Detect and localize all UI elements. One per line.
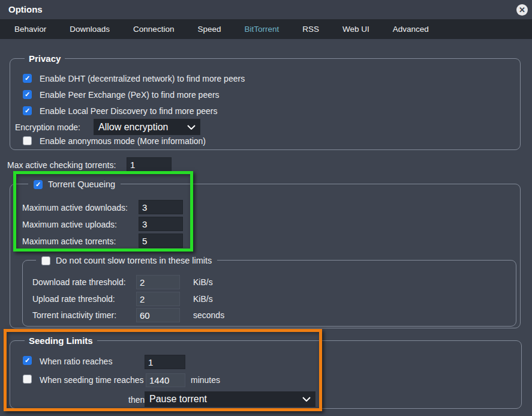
torrent-inactivity-timer-input[interactable] [136,308,180,322]
tab-webui[interactable]: Web UI [342,25,369,34]
options-dialog: Options ✕ Behavior Downloads Connection … [0,0,532,416]
slow-torrents-legend: Do not count slow torrents in these limi… [36,255,217,267]
seeding-time-input[interactable] [146,373,185,387]
seeding-limits-fieldset: Seeding Limits ✓ When ratio reaches When… [10,340,522,409]
seeding-limits-legend: Seeding Limits [25,335,97,347]
check-icon: ✓ [25,357,30,364]
check-icon: ✓ [25,107,30,114]
dialog-title: Options [8,0,43,19]
seeding-time-unit: minutes [191,375,220,385]
privacy-fieldset: Privacy ✓ Enable DHT (decentralized netw… [10,58,521,150]
close-icon: ✕ [519,6,525,14]
torrent-queueing-fieldset: ✓ Torrent Queueing Maximum active downlo… [10,184,521,328]
enable-dht-label: Enable DHT (decentralized network) to fi… [40,74,245,83]
chevron-down-icon [187,125,196,130]
tab-connection[interactable]: Connection [133,25,174,34]
tab-speed[interactable]: Speed [197,25,221,34]
anonymous-mode-checkbox[interactable] [23,136,32,145]
torrent-queueing-legend: ✓ Torrent Queueing [28,178,121,190]
tab-bittorrent[interactable]: BitTorrent [244,25,279,34]
max-uploads-input[interactable] [139,217,183,231]
tab-behavior[interactable]: Behavior [14,25,46,34]
tabbar: Behavior Downloads Connection Speed BitT… [0,19,532,39]
tab-advanced[interactable]: Advanced [393,25,429,34]
seeding-time-checkbox[interactable] [23,375,32,384]
titlebar: Options ✕ [0,0,532,19]
max-torrents-label: Maximum active torrents: [22,237,116,246]
privacy-legend: Privacy [25,53,65,65]
max-torrents-input[interactable] [139,234,183,248]
seeding-time-label: When seeding time reaches [40,375,144,385]
download-rate-threshold-label: Download rate threshold: [32,277,126,287]
encryption-mode-label: Encryption mode: [15,122,80,132]
close-button[interactable]: ✕ [516,4,528,16]
enable-pex-checkbox[interactable]: ✓ [23,90,32,99]
upload-rate-threshold-input[interactable] [136,292,180,306]
upload-rate-threshold-label: Upload rate threshold: [32,294,115,304]
then-action-select[interactable]: Pause torrent [145,391,315,407]
max-downloads-input[interactable] [139,200,183,214]
slow-torrents-checkbox[interactable] [41,256,50,265]
download-rate-threshold-input[interactable] [136,275,180,289]
then-action-value: Pause torrent [149,394,207,405]
tab-rss[interactable]: RSS [302,25,319,34]
check-icon: ✓ [25,75,30,82]
enable-dht-checkbox[interactable]: ✓ [23,74,32,83]
check-icon: ✓ [25,91,30,98]
ratio-limit-input[interactable] [145,355,185,369]
slow-torrents-fieldset: Do not count slow torrents in these limi… [22,260,516,327]
ratio-limit-label: When ratio reaches [40,357,112,366]
encryption-mode-select[interactable]: Allow encryption [94,119,200,135]
slow-torrents-label: Do not count slow torrents in these limi… [56,256,212,265]
encryption-mode-value: Allow encryption [98,122,169,133]
chevron-down-icon [302,397,311,402]
upload-rate-threshold-unit: KiB/s [193,294,213,304]
enable-lpd-checkbox[interactable]: ✓ [23,106,32,115]
torrent-queueing-label: Torrent Queueing [48,179,115,189]
enable-lpd-label: Enable Local Peer Discovery to find more… [40,106,217,116]
ratio-limit-checkbox[interactable]: ✓ [23,356,32,365]
torrent-inactivity-timer-unit: seconds [193,310,224,320]
max-active-checking-input[interactable] [127,157,172,172]
max-downloads-label: Maximum active downloads: [22,203,128,213]
tab-downloads[interactable]: Downloads [70,25,110,34]
torrent-queueing-checkbox[interactable]: ✓ [34,180,43,189]
then-label: then [128,395,145,405]
download-rate-threshold-unit: KiB/s [193,277,213,287]
anonymous-mode-label: Enable anonymous mode (More information) [40,136,206,146]
max-uploads-label: Maximum active uploads: [22,220,117,229]
torrent-inactivity-timer-label: Torrent inactivity timer: [32,310,116,320]
check-icon: ✓ [35,181,41,188]
enable-pex-label: Enable Peer Exchange (PeX) to find more … [40,90,220,100]
max-active-checking-label: Max active checking torrents: [7,160,116,170]
